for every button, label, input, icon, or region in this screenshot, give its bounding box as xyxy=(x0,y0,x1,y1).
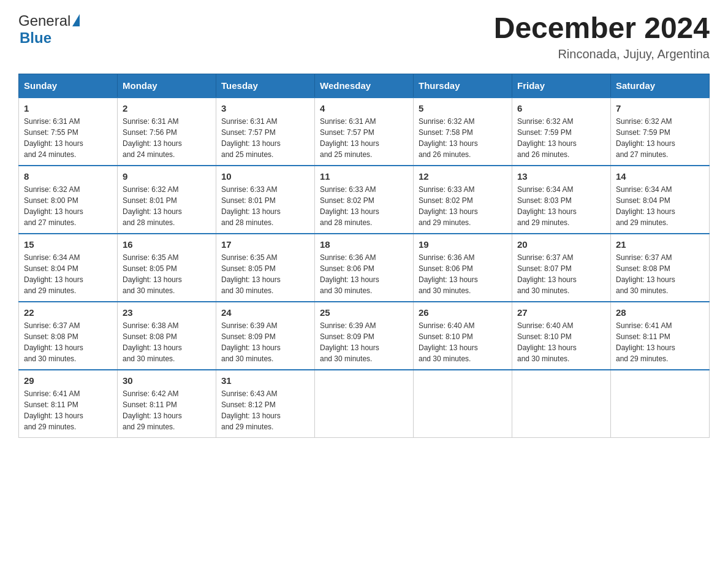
day-number: 2 xyxy=(123,103,211,113)
col-header-friday: Friday xyxy=(512,74,611,98)
day-info: Sunrise: 6:39 AM Sunset: 8:09 PM Dayligh… xyxy=(221,320,309,364)
calendar-cell: 5 Sunrise: 6:32 AM Sunset: 7:58 PM Dayli… xyxy=(414,98,512,166)
calendar-cell: 9 Sunrise: 6:32 AM Sunset: 8:01 PM Dayli… xyxy=(118,166,216,234)
day-info: Sunrise: 6:32 AM Sunset: 7:58 PM Dayligh… xyxy=(419,116,507,160)
day-number: 26 xyxy=(419,307,507,318)
day-number: 24 xyxy=(221,307,309,318)
calendar-cell: 12 Sunrise: 6:33 AM Sunset: 8:02 PM Dayl… xyxy=(414,166,512,234)
calendar-cell: 19 Sunrise: 6:36 AM Sunset: 8:06 PM Dayl… xyxy=(414,234,512,302)
calendar-cell xyxy=(512,370,611,438)
calendar-cell: 11 Sunrise: 6:33 AM Sunset: 8:02 PM Dayl… xyxy=(315,166,414,234)
calendar-cell: 1 Sunrise: 6:31 AM Sunset: 7:55 PM Dayli… xyxy=(19,98,118,166)
col-header-monday: Monday xyxy=(118,74,216,98)
day-info: Sunrise: 6:31 AM Sunset: 7:56 PM Dayligh… xyxy=(123,116,211,160)
day-info: Sunrise: 6:34 AM Sunset: 8:03 PM Dayligh… xyxy=(517,184,605,228)
day-info: Sunrise: 6:31 AM Sunset: 7:57 PM Dayligh… xyxy=(221,116,309,160)
col-header-wednesday: Wednesday xyxy=(315,74,414,98)
day-number: 22 xyxy=(24,307,112,318)
calendar-cell: 8 Sunrise: 6:32 AM Sunset: 8:00 PM Dayli… xyxy=(19,166,118,234)
logo-general-text: General xyxy=(18,12,70,29)
logo: General Blue xyxy=(18,12,80,47)
calendar-cell: 14 Sunrise: 6:34 AM Sunset: 8:04 PM Dayl… xyxy=(611,166,710,234)
day-number: 12 xyxy=(419,171,507,182)
day-number: 29 xyxy=(24,375,112,386)
calendar-cell: 3 Sunrise: 6:31 AM Sunset: 7:57 PM Dayli… xyxy=(216,98,315,166)
calendar-table: SundayMondayTuesdayWednesdayThursdayFrid… xyxy=(18,74,710,438)
day-number: 14 xyxy=(616,171,704,182)
col-header-saturday: Saturday xyxy=(611,74,710,98)
calendar-cell xyxy=(315,370,414,438)
day-number: 31 xyxy=(221,375,309,386)
calendar-cell xyxy=(611,370,710,438)
calendar-cell: 6 Sunrise: 6:32 AM Sunset: 7:59 PM Dayli… xyxy=(512,98,611,166)
day-number: 27 xyxy=(517,307,605,318)
day-info: Sunrise: 6:32 AM Sunset: 8:00 PM Dayligh… xyxy=(24,184,112,228)
day-number: 4 xyxy=(320,103,408,113)
day-number: 15 xyxy=(24,239,112,250)
day-number: 10 xyxy=(221,171,309,182)
calendar-week-row: 29 Sunrise: 6:41 AM Sunset: 8:11 PM Dayl… xyxy=(19,370,710,438)
calendar-week-row: 22 Sunrise: 6:37 AM Sunset: 8:08 PM Dayl… xyxy=(19,302,710,370)
page-header: General Blue December 2024 Rinconada, Ju… xyxy=(18,12,710,61)
month-title: December 2024 xyxy=(494,12,710,45)
day-info: Sunrise: 6:38 AM Sunset: 8:08 PM Dayligh… xyxy=(123,320,211,364)
calendar-cell: 23 Sunrise: 6:38 AM Sunset: 8:08 PM Dayl… xyxy=(118,302,216,370)
day-number: 8 xyxy=(24,171,112,182)
day-info: Sunrise: 6:40 AM Sunset: 8:10 PM Dayligh… xyxy=(419,320,507,364)
day-info: Sunrise: 6:37 AM Sunset: 8:08 PM Dayligh… xyxy=(616,252,704,296)
day-number: 1 xyxy=(24,103,112,113)
calendar-cell: 20 Sunrise: 6:37 AM Sunset: 8:07 PM Dayl… xyxy=(512,234,611,302)
calendar-cell: 31 Sunrise: 6:43 AM Sunset: 8:12 PM Dayl… xyxy=(216,370,315,438)
day-info: Sunrise: 6:31 AM Sunset: 7:57 PM Dayligh… xyxy=(320,116,408,160)
col-header-sunday: Sunday xyxy=(19,74,118,98)
day-number: 3 xyxy=(221,103,309,113)
calendar-cell: 13 Sunrise: 6:34 AM Sunset: 8:03 PM Dayl… xyxy=(512,166,611,234)
calendar-cell: 10 Sunrise: 6:33 AM Sunset: 8:01 PM Dayl… xyxy=(216,166,315,234)
col-header-thursday: Thursday xyxy=(414,74,512,98)
day-info: Sunrise: 6:37 AM Sunset: 8:08 PM Dayligh… xyxy=(24,320,112,364)
calendar-cell: 17 Sunrise: 6:35 AM Sunset: 8:05 PM Dayl… xyxy=(216,234,315,302)
day-info: Sunrise: 6:37 AM Sunset: 8:07 PM Dayligh… xyxy=(517,252,605,296)
col-header-tuesday: Tuesday xyxy=(216,74,315,98)
day-number: 6 xyxy=(517,103,605,113)
day-info: Sunrise: 6:33 AM Sunset: 8:02 PM Dayligh… xyxy=(419,184,507,228)
day-info: Sunrise: 6:41 AM Sunset: 8:11 PM Dayligh… xyxy=(616,320,704,364)
calendar-cell: 16 Sunrise: 6:35 AM Sunset: 8:05 PM Dayl… xyxy=(118,234,216,302)
calendar-cell: 25 Sunrise: 6:39 AM Sunset: 8:09 PM Dayl… xyxy=(315,302,414,370)
calendar-cell: 15 Sunrise: 6:34 AM Sunset: 8:04 PM Dayl… xyxy=(19,234,118,302)
day-number: 17 xyxy=(221,239,309,250)
calendar-cell xyxy=(414,370,512,438)
calendar-cell: 4 Sunrise: 6:31 AM Sunset: 7:57 PM Dayli… xyxy=(315,98,414,166)
calendar-header-row: SundayMondayTuesdayWednesdayThursdayFrid… xyxy=(19,74,710,98)
title-section: December 2024 Rinconada, Jujuy, Argentin… xyxy=(494,12,710,61)
day-info: Sunrise: 6:32 AM Sunset: 7:59 PM Dayligh… xyxy=(517,116,605,160)
day-info: Sunrise: 6:39 AM Sunset: 8:09 PM Dayligh… xyxy=(320,320,408,364)
day-number: 20 xyxy=(517,239,605,250)
day-info: Sunrise: 6:34 AM Sunset: 8:04 PM Dayligh… xyxy=(24,252,112,296)
day-number: 18 xyxy=(320,239,408,250)
calendar-cell: 22 Sunrise: 6:37 AM Sunset: 8:08 PM Dayl… xyxy=(19,302,118,370)
day-info: Sunrise: 6:43 AM Sunset: 8:12 PM Dayligh… xyxy=(221,388,309,432)
day-number: 19 xyxy=(419,239,507,250)
day-number: 7 xyxy=(616,103,704,113)
day-number: 5 xyxy=(419,103,507,113)
calendar-week-row: 15 Sunrise: 6:34 AM Sunset: 8:04 PM Dayl… xyxy=(19,234,710,302)
location: Rinconada, Jujuy, Argentina xyxy=(494,47,710,61)
day-info: Sunrise: 6:35 AM Sunset: 8:05 PM Dayligh… xyxy=(221,252,309,296)
calendar-week-row: 1 Sunrise: 6:31 AM Sunset: 7:55 PM Dayli… xyxy=(19,98,710,166)
day-info: Sunrise: 6:33 AM Sunset: 8:01 PM Dayligh… xyxy=(221,184,309,228)
calendar-cell: 26 Sunrise: 6:40 AM Sunset: 8:10 PM Dayl… xyxy=(414,302,512,370)
day-number: 30 xyxy=(123,375,211,386)
calendar-cell: 30 Sunrise: 6:42 AM Sunset: 8:11 PM Dayl… xyxy=(118,370,216,438)
calendar-cell: 2 Sunrise: 6:31 AM Sunset: 7:56 PM Dayli… xyxy=(118,98,216,166)
day-info: Sunrise: 6:35 AM Sunset: 8:05 PM Dayligh… xyxy=(123,252,211,296)
day-info: Sunrise: 6:36 AM Sunset: 8:06 PM Dayligh… xyxy=(419,252,507,296)
day-number: 23 xyxy=(123,307,211,318)
calendar-week-row: 8 Sunrise: 6:32 AM Sunset: 8:00 PM Dayli… xyxy=(19,166,710,234)
day-info: Sunrise: 6:34 AM Sunset: 8:04 PM Dayligh… xyxy=(616,184,704,228)
day-info: Sunrise: 6:40 AM Sunset: 8:10 PM Dayligh… xyxy=(517,320,605,364)
day-info: Sunrise: 6:41 AM Sunset: 8:11 PM Dayligh… xyxy=(24,388,112,432)
logo-blue-text: Blue xyxy=(20,29,51,47)
day-number: 13 xyxy=(517,171,605,182)
calendar-cell: 29 Sunrise: 6:41 AM Sunset: 8:11 PM Dayl… xyxy=(19,370,118,438)
